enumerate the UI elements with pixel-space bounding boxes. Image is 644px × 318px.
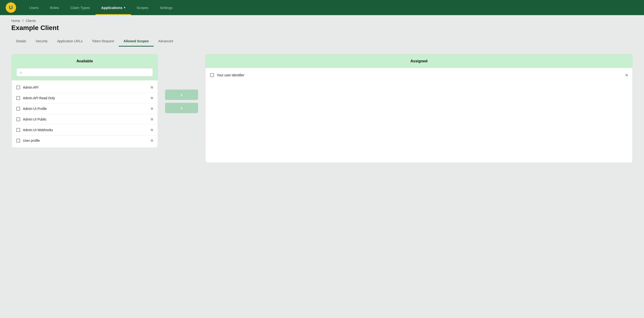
tab-token-request[interactable]: Token Request	[87, 36, 119, 46]
checkbox-admin-api[interactable]	[16, 85, 20, 89]
tabs-bar: DetailsSecurityApplication URLsToken Req…	[0, 36, 644, 46]
available-items-list: Admin API⧉Admin API Read Only⧉Admin UI P…	[12, 80, 158, 148]
tab-details[interactable]: Details	[11, 36, 31, 46]
available-item-admin-api[interactable]: Admin API⧉	[12, 82, 158, 93]
available-item-admin-ui-profile[interactable]: Admin UI Profile⧉	[12, 103, 158, 114]
main-content: Available ⌕ Admin API⧉Admin API Read Onl…	[0, 46, 644, 170]
external-link-icon-admin-api[interactable]: ⧉	[151, 85, 153, 89]
external-link-icon-admin-ui-public[interactable]: ⧉	[151, 117, 153, 121]
item-label-admin-ui-public: Admin UI Public	[23, 117, 148, 121]
checkbox-user-profile[interactable]	[16, 139, 20, 142]
item-label-admin-ui-profile: Admin UI Profile	[23, 107, 148, 111]
move-left-button[interactable]: ‹	[165, 103, 198, 113]
nav-item-users[interactable]: Users	[24, 0, 44, 15]
external-link-icon-user-profile[interactable]: ⧉	[151, 139, 153, 142]
checkbox-admin-api-read-only[interactable]	[16, 96, 20, 100]
breadcrumb-home[interactable]: Home	[11, 19, 20, 23]
panels-layout: Available ⌕ Admin API⧉Admin API Read Onl…	[11, 54, 633, 163]
nav-item-roles[interactable]: Roles	[44, 0, 64, 15]
checkbox-admin-ui-profile[interactable]	[16, 107, 20, 111]
breadcrumb: Home / Clients	[0, 15, 644, 23]
available-panel-header: Available	[12, 54, 158, 68]
dropdown-arrow-icon: ▾	[124, 6, 125, 9]
search-input[interactable]	[24, 70, 150, 74]
nav-item-settings[interactable]: Settings	[154, 0, 178, 15]
available-item-admin-ui-webhooks[interactable]: Admin UI Webhooks⧉	[12, 125, 158, 135]
tab-app-urls[interactable]: Application URLs	[52, 36, 87, 46]
checkbox-admin-ui-public[interactable]	[16, 117, 20, 121]
tab-advanced[interactable]: Advanced	[154, 36, 178, 46]
page-title: Example Client	[11, 24, 633, 32]
item-label-admin-api: Admin API	[23, 85, 148, 89]
available-item-admin-ui-public[interactable]: Admin UI Public⧉	[12, 114, 158, 125]
search-icon: ⌕	[20, 70, 22, 74]
assigned-checkbox-your-user-identifier[interactable]	[210, 73, 214, 77]
search-box: ⌕	[16, 68, 153, 76]
main-nav: U UsersRolesClaim TypesApplications▾Scop…	[0, 0, 644, 15]
tab-allowed-scopes[interactable]: Allowed Scopes	[119, 36, 154, 46]
external-link-icon-admin-ui-webhooks[interactable]: ⧉	[151, 128, 153, 132]
item-label-admin-ui-webhooks: Admin UI Webhooks	[23, 128, 148, 132]
available-item-admin-api-read-only[interactable]: Admin API Read Only⧉	[12, 93, 158, 103]
assigned-items-list: Your user identifier⧉	[206, 68, 632, 82]
tab-security[interactable]: Security	[31, 36, 52, 46]
nav-item-scopes[interactable]: Scopes	[131, 0, 154, 15]
page-title-area: Example Client	[0, 23, 644, 36]
external-link-icon-admin-api-read-only[interactable]: ⧉	[151, 96, 153, 100]
assigned-panel: Assigned Your user identifier⧉	[205, 54, 633, 163]
breadcrumb-separator: /	[22, 19, 24, 23]
assigned-item-label-your-user-identifier: Your user identifier	[217, 73, 623, 77]
assigned-external-link-icon-your-user-identifier[interactable]: ⧉	[626, 73, 628, 77]
assigned-panel-header: Assigned	[206, 54, 632, 68]
transfer-controls: › ‹	[158, 54, 205, 149]
available-search-area: ⌕	[12, 68, 158, 80]
item-label-admin-api-read-only: Admin API Read Only	[23, 96, 148, 100]
item-label-user-profile: User profile	[23, 139, 148, 142]
checkbox-admin-ui-webhooks[interactable]	[16, 128, 20, 132]
breadcrumb-current: Clients	[26, 19, 36, 23]
available-item-user-profile[interactable]: User profile⧉	[12, 135, 158, 146]
assigned-item-your-user-identifier[interactable]: Your user identifier⧉	[206, 70, 632, 80]
available-panel: Available ⌕ Admin API⧉Admin API Read Onl…	[11, 54, 158, 148]
external-link-icon-admin-ui-profile[interactable]: ⧉	[151, 107, 153, 111]
nav-item-applications[interactable]: Applications▾	[96, 0, 131, 15]
logo[interactable]: U	[6, 2, 16, 13]
move-right-button[interactable]: ›	[165, 89, 198, 100]
nav-item-claim-types[interactable]: Claim Types	[65, 0, 96, 15]
nav-items: UsersRolesClaim TypesApplications▾Scopes…	[24, 0, 178, 15]
